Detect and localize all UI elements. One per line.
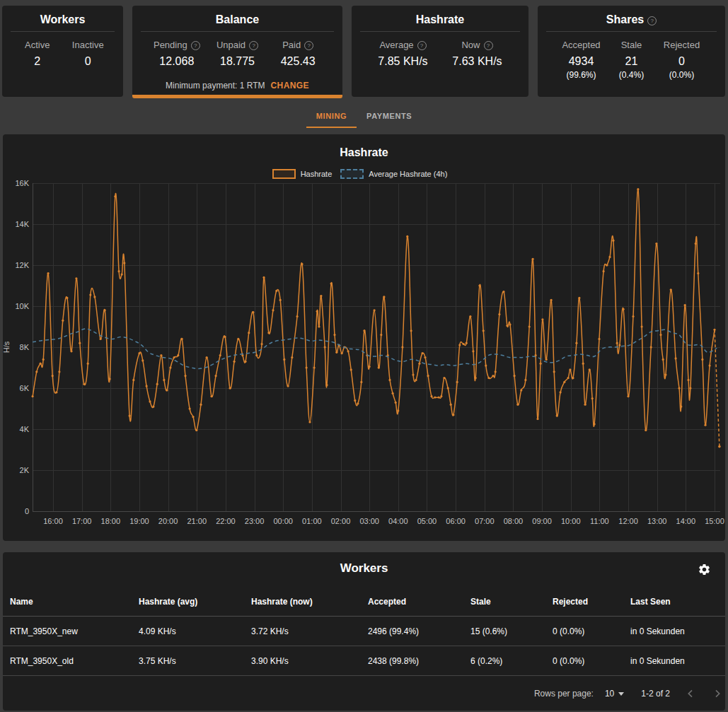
svg-text:21:00: 21:00 — [187, 517, 207, 525]
now-value: 7.63 KH/s — [440, 55, 514, 68]
stale-shares-stat: Stale 21 (0.4%) — [606, 40, 657, 80]
svg-text:4K: 4K — [20, 425, 30, 433]
svg-text:07:00: 07:00 — [475, 517, 495, 525]
workers-summary-card: Workers Active 2 Inactive 0 — [2, 6, 123, 97]
svg-text:05:00: 05:00 — [417, 517, 437, 525]
column-header-last-seen[interactable]: Last Seen — [630, 597, 725, 607]
help-icon[interactable]: ? — [249, 41, 258, 50]
svg-text:12K: 12K — [15, 261, 29, 269]
tab-payments[interactable]: PAYMENTS — [357, 99, 422, 128]
pending-label: Pending? — [146, 40, 207, 50]
workers-table-title: Workers — [3, 561, 725, 576]
unpaid-label: Unpaid? — [207, 40, 268, 50]
column-header-rejected[interactable]: Rejected — [553, 597, 630, 607]
worker-row[interactable]: RTM_3950X_old 3.75 KH/s 3.90 KH/s 2438 (… — [3, 646, 725, 676]
worker-rejected: 0 (0.0%) — [553, 626, 630, 636]
svg-text:02:00: 02:00 — [331, 517, 351, 525]
pending-value: 12.068 — [146, 55, 207, 68]
worker-last-seen: in 0 Sekunden — [630, 656, 725, 666]
rows-per-page-select[interactable]: 10 — [605, 689, 614, 699]
tab-mining[interactable]: MINING — [306, 99, 357, 128]
stale-value: 21 — [606, 55, 657, 68]
worker-accepted: 2496 (99.4%) — [368, 626, 470, 636]
svg-text:19:00: 19:00 — [129, 517, 149, 525]
shares-card: Shares? Accepted 4934 (99.6%) Stale 21 (… — [538, 6, 725, 97]
rejected-shares-stat: Rejected 0 (0.0%) — [657, 40, 707, 80]
worker-name: RTM_3950X_new — [10, 626, 139, 636]
minimum-payment-note: Minimum payment: 1 RTMCHANGE — [132, 81, 342, 91]
worker-hashrate-now: 3.90 KH/s — [251, 656, 368, 666]
worker-hashrate-avg: 4.09 KH/s — [139, 626, 251, 636]
svg-text:06:00: 06:00 — [446, 517, 466, 525]
pagination-range: 1-2 of 2 — [641, 689, 670, 699]
active-workers-stat: Active 2 — [12, 40, 63, 68]
help-icon[interactable]: ? — [647, 16, 657, 25]
stale-percent: (0.4%) — [606, 70, 657, 80]
svg-text:09:00: 09:00 — [532, 517, 552, 525]
svg-text:0: 0 — [25, 507, 29, 515]
previous-page-button[interactable] — [684, 687, 697, 700]
help-icon[interactable]: ? — [304, 41, 313, 50]
accepted-percent: (99.6%) — [556, 70, 606, 80]
balance-card: Balance Pending? 12.068 Unpaid? 18.775 P… — [132, 6, 342, 98]
column-header-accepted[interactable]: Accepted — [368, 597, 470, 607]
average-label: Average? — [366, 40, 440, 50]
worker-hashrate-now: 3.72 KH/s — [251, 626, 368, 636]
column-header-stale[interactable]: Stale — [470, 597, 553, 607]
svg-text:11:00: 11:00 — [590, 517, 609, 525]
rows-per-page-caret-icon[interactable] — [618, 692, 624, 696]
average-hashrate-stat: Average? 7.85 KH/s — [366, 40, 440, 68]
settings-gear-icon[interactable] — [698, 563, 711, 576]
paid-label: Paid? — [267, 40, 328, 50]
now-hashrate-stat: Now? 7.63 KH/s — [440, 40, 514, 68]
svg-text:23:00: 23:00 — [245, 517, 265, 525]
column-header-hashrate-avg[interactable]: Hashrate (avg) — [139, 597, 251, 607]
active-label: Active — [12, 40, 63, 50]
rejected-percent: (0.0%) — [657, 70, 707, 80]
rows-per-page-label: Rows per page: — [534, 689, 594, 699]
next-page-button[interactable] — [711, 687, 724, 700]
workers-table-card: Workers Name Hashrate (avg) Hashrate (no… — [3, 552, 725, 711]
hashrate-line-chart: 16:0017:0018:0019:0020:0021:0022:0023:00… — [3, 134, 725, 541]
workers-table-header: Name Hashrate (avg) Hashrate (now) Accep… — [3, 587, 725, 617]
hashrate-chart-card: Hashrate Hashrate Average Hashrate (4h) … — [3, 134, 725, 541]
change-minimum-payment-button[interactable]: CHANGE — [271, 81, 309, 91]
svg-text:01:00: 01:00 — [302, 517, 322, 525]
svg-text:04:00: 04:00 — [388, 517, 408, 525]
svg-text:16:00: 16:00 — [43, 517, 63, 525]
rejected-value: 0 — [657, 55, 707, 68]
shares-card-title: Shares? — [538, 6, 725, 28]
svg-text:12:00: 12:00 — [618, 517, 638, 525]
help-icon[interactable]: ? — [484, 41, 493, 50]
svg-text:15:00: 15:00 — [705, 517, 724, 525]
paid-stat: Paid? 425.43 — [267, 40, 328, 68]
tab-bar: MINING PAYMENTS — [0, 99, 728, 128]
worker-accepted: 2438 (99.8%) — [368, 656, 470, 666]
hashrate-card-title: Hashrate — [352, 6, 528, 28]
column-header-name[interactable]: Name — [10, 597, 139, 607]
inactive-value: 0 — [63, 55, 114, 68]
svg-text:6K: 6K — [20, 384, 30, 392]
paid-value: 425.43 — [267, 55, 328, 68]
svg-text:2K: 2K — [20, 466, 30, 474]
svg-text:08:00: 08:00 — [504, 517, 524, 525]
help-icon[interactable]: ? — [417, 41, 427, 50]
worker-stale: 6 (0.2%) — [470, 656, 553, 666]
svg-text:20:00: 20:00 — [158, 517, 178, 525]
svg-text:17:00: 17:00 — [72, 517, 92, 525]
svg-text:10:00: 10:00 — [561, 517, 581, 525]
column-header-hashrate-now[interactable]: Hashrate (now) — [251, 597, 368, 607]
workers-card-title: Workers — [2, 6, 123, 28]
pending-stat: Pending? 12.068 — [146, 40, 207, 68]
svg-text:10K: 10K — [15, 302, 29, 310]
svg-text:13:00: 13:00 — [647, 517, 667, 525]
inactive-label: Inactive — [63, 40, 114, 50]
svg-text:14K: 14K — [15, 220, 29, 228]
worker-row[interactable]: RTM_3950X_new 4.09 KH/s 3.72 KH/s 2496 (… — [3, 617, 725, 646]
mining-dashboard: Workers Active 2 Inactive 0 Balance Pend… — [0, 0, 728, 712]
worker-rejected: 0 (0.0%) — [553, 656, 630, 666]
table-pagination: Rows per page: 10 1-2 of 2 — [3, 677, 725, 711]
unpaid-value: 18.775 — [207, 55, 268, 68]
svg-text:18:00: 18:00 — [101, 517, 121, 525]
help-icon[interactable]: ? — [191, 41, 200, 50]
